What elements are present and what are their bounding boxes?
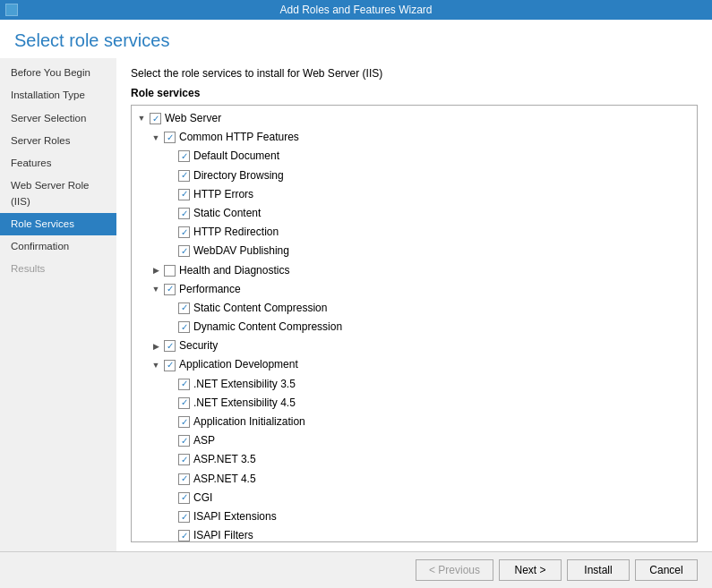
sidebar-item-before-you-begin[interactable]: Before You Begin	[0, 62, 116, 84]
tree-item-net-ext45[interactable]: .NET Extensibility 4.5	[132, 394, 697, 413]
tree-item-performance[interactable]: ▼Performance	[132, 280, 697, 299]
tree-item-app-init[interactable]: Application Initialization	[132, 413, 697, 431]
checkbox-webdav[interactable]	[178, 245, 190, 257]
collapse-icon-web-server[interactable]: ▼	[135, 113, 148, 125]
expand-icon-security[interactable]: ▶	[150, 340, 162, 353]
tree-item-net-ext35[interactable]: .NET Extensibility 3.5	[132, 375, 697, 394]
tree-item-cgi[interactable]: CGI	[132, 489, 697, 507]
sidebar-item-features[interactable]: Features	[0, 152, 116, 175]
label-isapi-filter: ISAPI Filters	[193, 527, 253, 542]
tree-item-aspnet45[interactable]: ASP.NET 4.5	[132, 470, 697, 489]
checkbox-performance[interactable]	[164, 284, 176, 295]
label-web-server: Web Server	[165, 110, 221, 127]
checkbox-web-server[interactable]	[150, 113, 161, 124]
label-health-diag: Health and Diagnostics	[179, 262, 289, 279]
title-bar-icon	[5, 4, 18, 16]
role-services-label: Role services	[131, 87, 698, 99]
sidebar-item-server-roles[interactable]: Server Roles	[0, 130, 116, 152]
checkbox-cgi[interactable]	[178, 492, 190, 504]
bottom-bar: < Previous Next > Install Cancel	[0, 551, 712, 588]
expand-icon-health-diag[interactable]: ▶	[150, 264, 162, 277]
checkbox-http-redirect[interactable]	[178, 226, 190, 238]
tree-item-dynamic-compress[interactable]: Dynamic Content Compression	[132, 318, 697, 337]
collapse-icon-performance[interactable]: ▼	[150, 283, 162, 295]
checkbox-security[interactable]	[164, 340, 176, 352]
tree-item-http-errors[interactable]: HTTP Errors	[132, 185, 697, 204]
main-content: Select the role services to install for …	[116, 58, 712, 551]
checkbox-aspnet45[interactable]	[178, 473, 190, 485]
label-static-content: Static Content	[193, 205, 261, 222]
label-http-errors: HTTP Errors	[193, 186, 253, 203]
tree-item-common-http[interactable]: ▼Common HTTP Features	[132, 128, 697, 147]
previous-button[interactable]: < Previous	[416, 559, 493, 581]
label-common-http: Common HTTP Features	[179, 129, 299, 146]
checkbox-isapi-ext[interactable]	[178, 511, 190, 523]
tree-item-default-doc[interactable]: Default Document	[132, 147, 697, 166]
title-bar-text: Add Roles and Features Wizard	[279, 4, 432, 16]
label-default-doc: Default Document	[193, 148, 279, 165]
next-button[interactable]: Next >	[499, 559, 562, 581]
tree-item-app-dev[interactable]: ▼Application Development	[132, 355, 697, 374]
main-container: Select role services Before You BeginIns…	[0, 20, 712, 588]
cancel-button[interactable]: Cancel	[635, 559, 698, 581]
checkbox-dir-browsing[interactable]	[178, 170, 190, 182]
label-net-ext45: .NET Extensibility 4.5	[193, 395, 296, 412]
label-webdav: WebDAV Publishing	[193, 243, 289, 260]
checkbox-asp[interactable]	[178, 435, 190, 447]
label-net-ext35: .NET Extensibility 3.5	[193, 376, 296, 393]
checkbox-static-compress[interactable]	[178, 303, 190, 314]
collapse-icon-app-dev[interactable]: ▼	[150, 359, 162, 371]
tree-item-security[interactable]: ▶Security	[132, 337, 697, 355]
label-aspnet45: ASP.NET 4.5	[193, 471, 256, 488]
label-security: Security	[179, 337, 218, 354]
checkbox-app-dev[interactable]	[164, 360, 176, 371]
label-http-redirect: HTTP Redirection	[193, 224, 279, 241]
checkbox-default-doc[interactable]	[178, 150, 190, 162]
checkbox-net-ext35[interactable]	[178, 379, 190, 390]
sidebar: Before You BeginInstallation TypeServer …	[0, 58, 116, 551]
sidebar-item-confirmation[interactable]: Confirmation	[0, 235, 116, 258]
checkbox-static-content[interactable]	[178, 208, 190, 219]
install-button[interactable]: Install	[567, 559, 630, 581]
tree-item-static-content[interactable]: Static Content	[132, 204, 697, 223]
checkbox-net-ext45[interactable]	[178, 397, 190, 409]
page-header: Select role services	[0, 20, 712, 58]
checkbox-common-http[interactable]	[164, 132, 176, 143]
tree-item-static-compress[interactable]: Static Content Compression	[132, 299, 697, 318]
label-dir-browsing: Directory Browsing	[193, 167, 284, 184]
tree-item-isapi-ext[interactable]: ISAPI Extensions	[132, 507, 697, 526]
label-performance: Performance	[179, 281, 241, 298]
tree-container[interactable]: ▼Web Server▼Common HTTP FeaturesDefault …	[131, 105, 698, 542]
label-asp: ASP	[193, 432, 215, 449]
sidebar-item-role-services[interactable]: Role Services	[0, 213, 116, 235]
label-aspnet35: ASP.NET 3.5	[193, 451, 256, 468]
tree-item-isapi-filter[interactable]: ISAPI Filters	[132, 526, 697, 542]
sidebar-item-web-server-role[interactable]: Web Server Role (IIS)	[0, 175, 116, 213]
tree-item-health-diag[interactable]: ▶Health and Diagnostics	[132, 261, 697, 280]
description-text: Select the role services to install for …	[131, 67, 698, 80]
checkbox-isapi-filter[interactable]	[178, 530, 190, 541]
sidebar-item-results: Results	[0, 258, 116, 280]
tree-item-asp[interactable]: ASP	[132, 431, 697, 450]
checkbox-app-init[interactable]	[178, 416, 190, 428]
label-cgi: CGI	[193, 490, 212, 507]
tree-item-webdav[interactable]: WebDAV Publishing	[132, 242, 697, 260]
tree-item-dir-browsing[interactable]: Directory Browsing	[132, 166, 697, 185]
label-app-init: Application Initialization	[193, 413, 305, 430]
checkbox-aspnet35[interactable]	[178, 454, 190, 465]
tree-item-aspnet35[interactable]: ASP.NET 3.5	[132, 450, 697, 469]
page-title: Select role services	[14, 30, 698, 51]
label-dynamic-compress: Dynamic Content Compression	[193, 319, 342, 336]
content-area: Before You BeginInstallation TypeServer …	[0, 58, 712, 551]
tree-item-http-redirect[interactable]: HTTP Redirection	[132, 223, 697, 242]
label-app-dev: Application Development	[179, 356, 298, 373]
title-bar: Add Roles and Features Wizard	[0, 0, 712, 20]
label-isapi-ext: ISAPI Extensions	[193, 508, 277, 525]
sidebar-item-installation-type[interactable]: Installation Type	[0, 84, 116, 107]
checkbox-dynamic-compress[interactable]	[178, 321, 190, 333]
collapse-icon-common-http[interactable]: ▼	[150, 132, 162, 144]
tree-item-web-server[interactable]: ▼Web Server	[132, 109, 697, 128]
checkbox-http-errors[interactable]	[178, 189, 190, 200]
checkbox-health-diag[interactable]	[164, 265, 176, 277]
sidebar-item-server-selection[interactable]: Server Selection	[0, 107, 116, 130]
